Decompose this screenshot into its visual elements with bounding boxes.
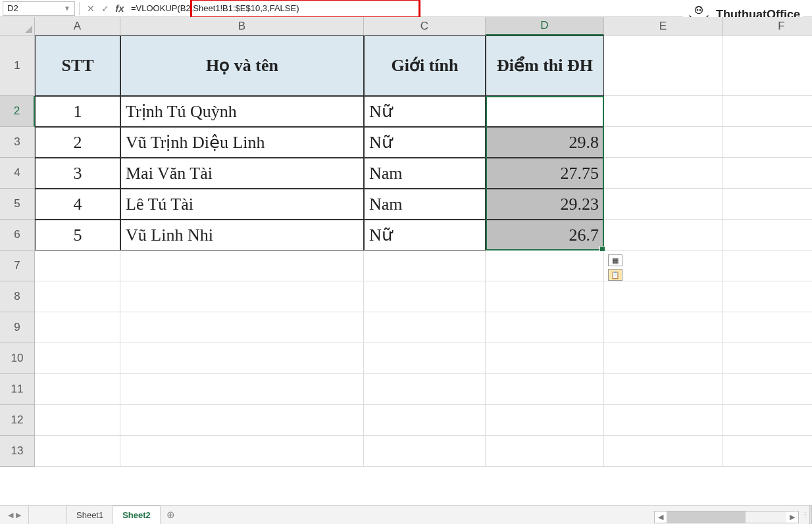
cell-F13[interactable]	[723, 436, 812, 467]
horizontal-scrollbar[interactable]: ◀ ▶	[654, 511, 799, 523]
cell-E12[interactable]	[604, 405, 723, 436]
cell-F5[interactable]	[723, 189, 812, 220]
cell-C8[interactable]	[364, 281, 486, 312]
cell-B9[interactable]	[120, 312, 364, 343]
cell-gender-2[interactable]: Nữ	[364, 127, 486, 158]
paste-options-icon[interactable]: 📋	[608, 269, 622, 281]
cell-F7[interactable]	[723, 250, 812, 281]
row-header-2[interactable]: 2	[0, 96, 35, 127]
cell-D8[interactable]	[486, 281, 604, 312]
cell-A10[interactable]	[35, 343, 120, 374]
cell-C9[interactable]	[364, 312, 486, 343]
header-gender[interactable]: Giới tính	[364, 36, 486, 96]
row-header-4[interactable]: 4	[0, 158, 35, 189]
cell-stt-2[interactable]: 2	[35, 127, 120, 158]
row-header-13[interactable]: 13	[0, 436, 35, 467]
row-header-5[interactable]: 5	[0, 189, 35, 220]
cell-C13[interactable]	[364, 436, 486, 467]
cell-E1[interactable]	[604, 36, 723, 96]
column-header-B[interactable]: B	[120, 17, 364, 36]
sheet-tab-sheet1[interactable]: Sheet1	[67, 506, 113, 524]
cell-F3[interactable]	[723, 127, 812, 158]
cell-B12[interactable]	[120, 405, 364, 436]
row-header-9[interactable]: 9	[0, 312, 35, 343]
header-name[interactable]: Họ và tên	[120, 36, 364, 96]
cell-B13[interactable]	[120, 436, 364, 467]
column-header-E[interactable]: E	[604, 17, 723, 36]
cell-gender-3[interactable]: Nam	[364, 158, 486, 189]
cell-A12[interactable]	[35, 405, 120, 436]
cell-score-4[interactable]: 29.23	[486, 189, 604, 220]
scroll-separator[interactable]	[809, 506, 812, 524]
cell-F9[interactable]	[723, 312, 812, 343]
name-box[interactable]: D2 ▼	[3, 1, 75, 16]
cell-B11[interactable]	[120, 374, 364, 405]
cell-D9[interactable]	[486, 312, 604, 343]
column-header-C[interactable]: C	[364, 17, 486, 36]
cell-E8[interactable]	[604, 281, 723, 312]
cell-F10[interactable]	[723, 343, 812, 374]
cell-F4[interactable]	[723, 158, 812, 189]
cell-E11[interactable]	[604, 374, 723, 405]
cell-name-5[interactable]: Vũ Linh Nhi	[120, 220, 364, 250]
cell-F1[interactable]	[723, 36, 812, 96]
column-header-D[interactable]: D	[486, 17, 604, 36]
cell-score-1[interactable]: 28	[486, 96, 604, 127]
cell-D7[interactable]	[486, 250, 604, 281]
cell-score-5[interactable]: 26.7	[486, 220, 604, 250]
cell-name-4[interactable]: Lê Tú Tài	[120, 189, 364, 220]
row-header-8[interactable]: 8	[0, 281, 35, 312]
cell-E9[interactable]	[604, 312, 723, 343]
cell-name-1[interactable]: Trịnh Tú Quỳnh	[120, 96, 364, 127]
check-icon[interactable]: ✓	[98, 1, 113, 16]
cell-F12[interactable]	[723, 405, 812, 436]
cell-F6[interactable]	[723, 220, 812, 250]
row-header-10[interactable]: 10	[0, 343, 35, 374]
cell-E2[interactable]	[604, 96, 723, 127]
autofill-options-icon[interactable]: ▦	[608, 254, 622, 266]
cell-F2[interactable]	[723, 96, 812, 127]
cell-name-3[interactable]: Mai Văn Tài	[120, 158, 364, 189]
cell-E5[interactable]	[604, 189, 723, 220]
cell-D13[interactable]	[486, 436, 604, 467]
sheet-tab-sheet2[interactable]: Sheet2	[113, 506, 161, 524]
cell-gender-4[interactable]: Nam	[364, 189, 486, 220]
row-header-12[interactable]: 12	[0, 405, 35, 436]
cell-E13[interactable]	[604, 436, 723, 467]
select-all-triangle[interactable]	[0, 17, 35, 36]
cell-B10[interactable]	[120, 343, 364, 374]
cell-stt-3[interactable]: 3	[35, 158, 120, 189]
scroll-left-icon[interactable]: ◀	[655, 513, 667, 521]
cell-score-2[interactable]: 29.8	[486, 127, 604, 158]
header-score[interactable]: Điểm thi ĐH	[486, 36, 604, 96]
row-header-6[interactable]: 6	[0, 220, 35, 250]
cell-D12[interactable]	[486, 405, 604, 436]
cell-score-3[interactable]: 27.75	[486, 158, 604, 189]
cell-B7[interactable]	[120, 250, 364, 281]
cell-C11[interactable]	[364, 374, 486, 405]
cell-E10[interactable]	[604, 343, 723, 374]
cell-gender-5[interactable]: Nữ	[364, 220, 486, 250]
cell-stt-4[interactable]: 4	[35, 189, 120, 220]
add-sheet-button[interactable]: ⊕	[161, 506, 182, 524]
cell-D11[interactable]	[486, 374, 604, 405]
column-header-F[interactable]: F	[723, 17, 812, 36]
row-header-3[interactable]: 3	[0, 127, 35, 158]
cell-stt-1[interactable]: 1	[35, 96, 120, 127]
row-header-7[interactable]: 7	[0, 250, 35, 281]
cell-F8[interactable]	[723, 281, 812, 312]
cell-C12[interactable]	[364, 405, 486, 436]
scroll-thumb[interactable]	[667, 512, 746, 523]
cell-B8[interactable]	[120, 281, 364, 312]
cell-A11[interactable]	[35, 374, 120, 405]
header-stt[interactable]: STT	[35, 36, 120, 96]
fx-icon[interactable]: fx	[113, 1, 127, 16]
resize-grip-icon[interactable]: ⋮	[801, 511, 809, 519]
spreadsheet-grid[interactable]: ABCDEF 12345678910111213 STTHọ và tênGiớ…	[0, 17, 812, 505]
tab-nav-arrows[interactable]: ◀▶	[0, 506, 29, 524]
cell-gender-1[interactable]: Nữ	[364, 96, 486, 127]
cell-D10[interactable]	[486, 343, 604, 374]
scroll-track[interactable]	[667, 512, 786, 523]
chevron-down-icon[interactable]: ▼	[64, 5, 70, 12]
cell-A8[interactable]	[35, 281, 120, 312]
